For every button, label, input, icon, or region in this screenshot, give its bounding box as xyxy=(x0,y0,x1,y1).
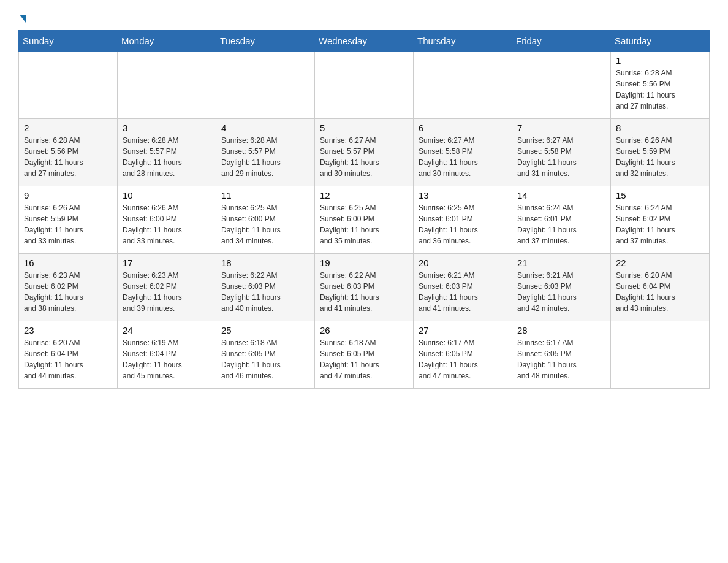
day-number: 11 xyxy=(221,190,309,201)
calendar-cell: 4Sunrise: 6:28 AM Sunset: 5:57 PM Daylig… xyxy=(216,119,315,186)
calendar-cell: 22Sunrise: 6:20 AM Sunset: 6:04 PM Dayli… xyxy=(611,254,710,321)
calendar-cell: 26Sunrise: 6:18 AM Sunset: 6:05 PM Dayli… xyxy=(315,321,414,389)
calendar-cell xyxy=(611,321,710,389)
day-number: 28 xyxy=(517,325,605,335)
day-number: 2 xyxy=(24,123,112,133)
logo xyxy=(18,12,26,20)
calendar-body: 1Sunrise: 6:28 AM Sunset: 5:56 PM Daylig… xyxy=(19,52,710,389)
calendar-table: SundayMondayTuesdayWednesdayThursdayFrid… xyxy=(18,30,710,389)
logo-arrow-icon xyxy=(20,15,26,23)
calendar-cell: 7Sunrise: 6:27 AM Sunset: 5:58 PM Daylig… xyxy=(512,119,611,186)
day-info: Sunrise: 6:26 AM Sunset: 6:00 PM Dayligh… xyxy=(123,202,211,247)
calendar-cell: 10Sunrise: 6:26 AM Sunset: 6:00 PM Dayli… xyxy=(118,186,216,254)
day-info: Sunrise: 6:17 AM Sunset: 6:05 PM Dayligh… xyxy=(517,337,605,381)
calendar-cell xyxy=(19,52,118,119)
day-info: Sunrise: 6:23 AM Sunset: 6:02 PM Dayligh… xyxy=(123,270,211,314)
calendar-week-row: 2Sunrise: 6:28 AM Sunset: 5:56 PM Daylig… xyxy=(19,119,710,186)
calendar-cell: 19Sunrise: 6:22 AM Sunset: 6:03 PM Dayli… xyxy=(315,254,414,321)
day-info: Sunrise: 6:28 AM Sunset: 5:56 PM Dayligh… xyxy=(616,67,704,112)
calendar-week-row: 1Sunrise: 6:28 AM Sunset: 5:56 PM Daylig… xyxy=(19,52,710,119)
calendar-cell xyxy=(216,52,315,119)
calendar-week-row: 23Sunrise: 6:20 AM Sunset: 6:04 PM Dayli… xyxy=(19,321,710,389)
day-number: 17 xyxy=(123,258,211,268)
day-number: 13 xyxy=(419,190,507,201)
calendar-week-row: 16Sunrise: 6:23 AM Sunset: 6:02 PM Dayli… xyxy=(19,254,710,321)
day-number: 20 xyxy=(419,258,507,268)
calendar-cell xyxy=(512,52,611,119)
day-info: Sunrise: 6:25 AM Sunset: 6:01 PM Dayligh… xyxy=(419,202,507,247)
day-info: Sunrise: 6:20 AM Sunset: 6:04 PM Dayligh… xyxy=(24,337,112,381)
day-info: Sunrise: 6:27 AM Sunset: 5:58 PM Dayligh… xyxy=(517,135,605,179)
day-number: 6 xyxy=(419,123,507,133)
calendar-cell: 14Sunrise: 6:24 AM Sunset: 6:01 PM Dayli… xyxy=(512,186,611,254)
weekday-header-tuesday: Tuesday xyxy=(216,31,315,52)
day-info: Sunrise: 6:25 AM Sunset: 6:00 PM Dayligh… xyxy=(221,202,309,247)
day-info: Sunrise: 6:20 AM Sunset: 6:04 PM Dayligh… xyxy=(616,270,704,314)
calendar-cell: 5Sunrise: 6:27 AM Sunset: 5:57 PM Daylig… xyxy=(315,119,414,186)
calendar-cell: 25Sunrise: 6:18 AM Sunset: 6:05 PM Dayli… xyxy=(216,321,315,389)
day-info: Sunrise: 6:18 AM Sunset: 6:05 PM Dayligh… xyxy=(221,337,309,381)
calendar-cell: 28Sunrise: 6:17 AM Sunset: 6:05 PM Dayli… xyxy=(512,321,611,389)
day-number: 21 xyxy=(517,258,605,268)
day-info: Sunrise: 6:26 AM Sunset: 5:59 PM Dayligh… xyxy=(24,202,112,247)
day-number: 12 xyxy=(320,190,408,201)
day-number: 16 xyxy=(24,258,112,268)
day-info: Sunrise: 6:18 AM Sunset: 6:05 PM Dayligh… xyxy=(320,337,408,381)
day-info: Sunrise: 6:25 AM Sunset: 6:00 PM Dayligh… xyxy=(320,202,408,247)
day-number: 10 xyxy=(123,190,211,201)
day-info: Sunrise: 6:28 AM Sunset: 5:57 PM Dayligh… xyxy=(123,135,211,179)
calendar-cell: 23Sunrise: 6:20 AM Sunset: 6:04 PM Dayli… xyxy=(19,321,118,389)
day-number: 1 xyxy=(616,55,704,66)
page-header xyxy=(18,12,710,20)
weekday-header-friday: Friday xyxy=(512,31,611,52)
day-info: Sunrise: 6:27 AM Sunset: 5:57 PM Dayligh… xyxy=(320,135,408,179)
day-number: 18 xyxy=(221,258,309,268)
calendar-cell: 3Sunrise: 6:28 AM Sunset: 5:57 PM Daylig… xyxy=(118,119,216,186)
day-number: 19 xyxy=(320,258,408,268)
calendar-cell: 15Sunrise: 6:24 AM Sunset: 6:02 PM Dayli… xyxy=(611,186,710,254)
day-number: 8 xyxy=(616,123,704,133)
day-info: Sunrise: 6:26 AM Sunset: 5:59 PM Dayligh… xyxy=(616,135,704,179)
day-info: Sunrise: 6:19 AM Sunset: 6:04 PM Dayligh… xyxy=(123,337,211,381)
day-number: 14 xyxy=(517,190,605,201)
day-info: Sunrise: 6:23 AM Sunset: 6:02 PM Dayligh… xyxy=(24,270,112,314)
calendar-header: SundayMondayTuesdayWednesdayThursdayFrid… xyxy=(19,31,710,52)
calendar-cell: 1Sunrise: 6:28 AM Sunset: 5:56 PM Daylig… xyxy=(611,52,710,119)
day-info: Sunrise: 6:21 AM Sunset: 6:03 PM Dayligh… xyxy=(419,270,507,314)
weekday-header-wednesday: Wednesday xyxy=(315,31,414,52)
weekday-header-row: SundayMondayTuesdayWednesdayThursdayFrid… xyxy=(19,31,710,52)
day-info: Sunrise: 6:17 AM Sunset: 6:05 PM Dayligh… xyxy=(419,337,507,381)
calendar-cell: 21Sunrise: 6:21 AM Sunset: 6:03 PM Dayli… xyxy=(512,254,611,321)
day-number: 27 xyxy=(419,325,507,335)
day-info: Sunrise: 6:28 AM Sunset: 5:56 PM Dayligh… xyxy=(24,135,112,179)
weekday-header-monday: Monday xyxy=(118,31,216,52)
calendar-cell: 2Sunrise: 6:28 AM Sunset: 5:56 PM Daylig… xyxy=(19,119,118,186)
calendar-cell: 11Sunrise: 6:25 AM Sunset: 6:00 PM Dayli… xyxy=(216,186,315,254)
day-number: 15 xyxy=(616,190,704,201)
day-info: Sunrise: 6:28 AM Sunset: 5:57 PM Dayligh… xyxy=(221,135,309,179)
calendar-cell xyxy=(414,52,512,119)
calendar-cell: 20Sunrise: 6:21 AM Sunset: 6:03 PM Dayli… xyxy=(414,254,512,321)
day-info: Sunrise: 6:27 AM Sunset: 5:58 PM Dayligh… xyxy=(419,135,507,179)
day-number: 24 xyxy=(123,325,211,335)
calendar-cell: 8Sunrise: 6:26 AM Sunset: 5:59 PM Daylig… xyxy=(611,119,710,186)
day-number: 7 xyxy=(517,123,605,133)
weekday-header-thursday: Thursday xyxy=(414,31,512,52)
weekday-header-sunday: Sunday xyxy=(19,31,118,52)
calendar-cell xyxy=(315,52,414,119)
calendar-cell: 18Sunrise: 6:22 AM Sunset: 6:03 PM Dayli… xyxy=(216,254,315,321)
day-number: 22 xyxy=(616,258,704,268)
calendar-cell: 13Sunrise: 6:25 AM Sunset: 6:01 PM Dayli… xyxy=(414,186,512,254)
day-number: 23 xyxy=(24,325,112,335)
calendar-cell: 27Sunrise: 6:17 AM Sunset: 6:05 PM Dayli… xyxy=(414,321,512,389)
day-info: Sunrise: 6:24 AM Sunset: 6:01 PM Dayligh… xyxy=(517,202,605,247)
day-number: 25 xyxy=(221,325,309,335)
day-info: Sunrise: 6:24 AM Sunset: 6:02 PM Dayligh… xyxy=(616,202,704,247)
day-number: 9 xyxy=(24,190,112,201)
day-info: Sunrise: 6:21 AM Sunset: 6:03 PM Dayligh… xyxy=(517,270,605,314)
calendar-cell: 12Sunrise: 6:25 AM Sunset: 6:00 PM Dayli… xyxy=(315,186,414,254)
day-info: Sunrise: 6:22 AM Sunset: 6:03 PM Dayligh… xyxy=(320,270,408,314)
calendar-cell: 17Sunrise: 6:23 AM Sunset: 6:02 PM Dayli… xyxy=(118,254,216,321)
calendar-cell: 9Sunrise: 6:26 AM Sunset: 5:59 PM Daylig… xyxy=(19,186,118,254)
day-info: Sunrise: 6:22 AM Sunset: 6:03 PM Dayligh… xyxy=(221,270,309,314)
